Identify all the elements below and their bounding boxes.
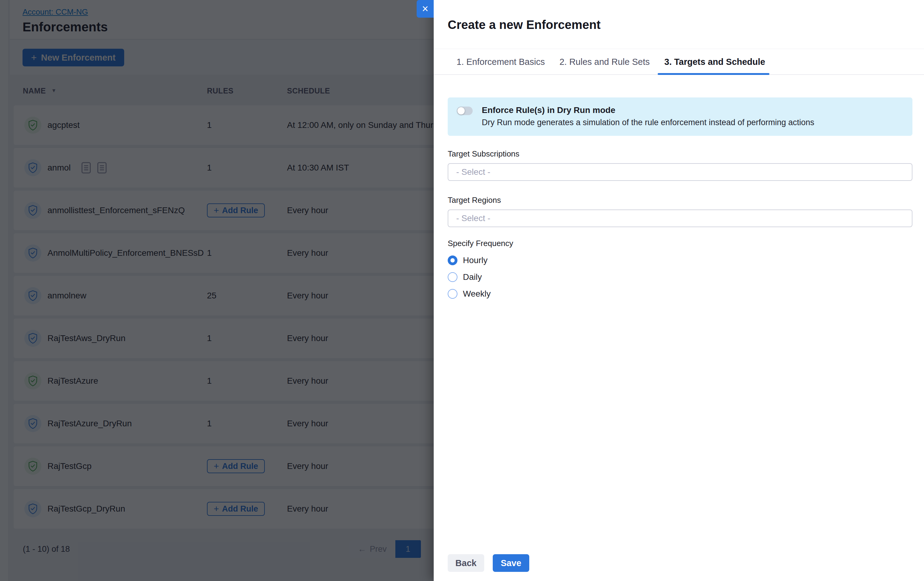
wizard-tab[interactable]: 1. Enforcement Basics bbox=[456, 49, 545, 74]
select-placeholder: - Select - bbox=[456, 214, 490, 223]
frequency-section: Specify Frequency Hourly Daily Weekly bbox=[448, 239, 912, 302]
dry-run-title: Enforce Rule(s) in Dry Run mode bbox=[482, 105, 903, 115]
tab-label: 1. Enforcement Basics bbox=[457, 57, 545, 67]
field-label: Target Subscriptions bbox=[448, 149, 912, 159]
radio-button[interactable] bbox=[448, 272, 457, 282]
dry-run-banner: Enforce Rule(s) in Dry Run mode Dry Run … bbox=[448, 98, 912, 136]
target-fields: Target Subscriptions - Select - Target R… bbox=[448, 149, 912, 227]
tab-label: 3. Targets and Schedule bbox=[664, 57, 765, 67]
panel-footer: Back Save bbox=[448, 554, 529, 572]
radio-button[interactable] bbox=[448, 289, 457, 299]
select-input[interactable]: - Select - bbox=[448, 210, 912, 227]
close-panel-button[interactable]: × bbox=[417, 0, 434, 18]
tab-label: 2. Rules and Rule Sets bbox=[559, 57, 650, 67]
dry-run-description: Dry Run mode generates a simulation of t… bbox=[482, 118, 903, 127]
panel-body: Enforce Rule(s) in Dry Run mode Dry Run … bbox=[434, 75, 924, 302]
field-label: Target Regions bbox=[448, 195, 912, 205]
save-button[interactable]: Save bbox=[493, 554, 529, 572]
radio-label: Hourly bbox=[463, 255, 488, 265]
back-button[interactable]: Back bbox=[448, 554, 484, 572]
radio-button[interactable] bbox=[448, 255, 457, 265]
wizard-tab[interactable]: 2. Rules and Rule Sets bbox=[559, 49, 650, 74]
create-enforcement-panel: Create a new Enforcement 1. Enforcement … bbox=[434, 0, 924, 581]
form-field: Target Subscriptions - Select - bbox=[448, 149, 912, 181]
frequency-option[interactable]: Weekly bbox=[448, 285, 912, 302]
frequency-options: Hourly Daily Weekly bbox=[448, 252, 912, 302]
frequency-option[interactable]: Daily bbox=[448, 268, 912, 285]
radio-label: Daily bbox=[463, 272, 482, 282]
close-icon: × bbox=[422, 3, 428, 14]
wizard-tab[interactable]: 3. Targets and Schedule bbox=[664, 49, 766, 74]
panel-header: Create a new Enforcement bbox=[434, 0, 924, 49]
dry-run-toggle[interactable] bbox=[457, 107, 473, 115]
select-input[interactable]: - Select - bbox=[448, 163, 912, 181]
wizard-tabs: 1. Enforcement Basics 2. Rules and Rule … bbox=[434, 49, 924, 75]
frequency-option[interactable]: Hourly bbox=[448, 252, 912, 268]
radio-label: Weekly bbox=[463, 289, 491, 299]
panel-title: Create a new Enforcement bbox=[448, 18, 910, 31]
frequency-label: Specify Frequency bbox=[448, 239, 912, 248]
form-field: Target Regions - Select - bbox=[448, 195, 912, 227]
toggle-knob bbox=[457, 107, 465, 114]
select-placeholder: - Select - bbox=[456, 167, 490, 177]
